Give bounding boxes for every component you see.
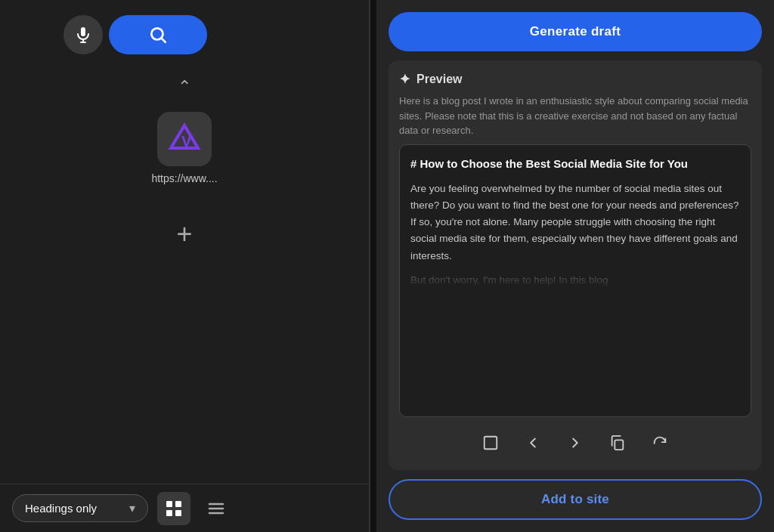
- svg-line-4: [162, 39, 166, 42]
- preview-subtitle: Here is a blog post I wrote in an enthus…: [399, 94, 751, 138]
- svg-rect-16: [615, 440, 623, 450]
- expand-icon-button[interactable]: [477, 429, 504, 456]
- svg-rect-10: [166, 510, 172, 516]
- svg-rect-9: [175, 501, 181, 507]
- forward-icon-button[interactable]: [562, 429, 589, 456]
- preview-content-heading: # How to Choose the Best Social Media Si…: [410, 156, 740, 172]
- mic-button[interactable]: [63, 15, 103, 54]
- copy-icon-button[interactable]: [604, 429, 631, 456]
- search-button[interactable]: [109, 15, 207, 54]
- preview-header: ✦ Preview: [399, 71, 751, 88]
- preview-section: ✦ Preview Here is a blog post I wrote in…: [389, 60, 762, 470]
- svg-text:V: V: [181, 133, 192, 150]
- magic-icon: ✦: [399, 71, 410, 88]
- site-icon-area: V https://www....: [151, 112, 217, 184]
- list-view-button[interactable]: [200, 492, 233, 525]
- chevron-up-icon[interactable]: ⌃: [178, 77, 191, 97]
- svg-rect-15: [485, 437, 497, 450]
- fade-overlay: [410, 258, 740, 289]
- headings-dropdown[interactable]: Headings only ▾: [12, 494, 148, 522]
- generate-draft-button[interactable]: Generate draft: [389, 12, 762, 51]
- back-icon-button[interactable]: [519, 429, 546, 456]
- grid-view-button[interactable]: [157, 492, 190, 525]
- svg-rect-11: [175, 510, 181, 516]
- site-url-label: https://www....: [151, 172, 217, 184]
- bottom-bar: Headings only ▾: [0, 484, 369, 532]
- svg-rect-0: [81, 27, 85, 36]
- chevron-down-icon: ▾: [129, 501, 135, 515]
- add-button[interactable]: +: [165, 215, 204, 254]
- site-favicon[interactable]: V: [157, 112, 212, 166]
- headings-label: Headings only: [25, 502, 97, 515]
- panel-divider: [370, 0, 376, 532]
- svg-rect-8: [166, 501, 172, 507]
- preview-title: Preview: [416, 73, 462, 86]
- preview-toolbar: [399, 423, 751, 459]
- refresh-icon-button[interactable]: [646, 429, 673, 456]
- left-panel: ⌃ V https://www.... + Headings only ▾: [0, 0, 370, 532]
- search-bar: [63, 15, 305, 54]
- preview-content-box[interactable]: # How to Choose the Best Social Media Si…: [399, 144, 751, 418]
- preview-content-body: Are you feeling overwhelmed by the numbe…: [410, 181, 740, 264]
- right-panel: Generate draft ✦ Preview Here is a blog …: [376, 0, 774, 532]
- add-to-site-button[interactable]: Add to site: [389, 479, 762, 520]
- preview-content-fade: But don't worry, I'm here to help! In th…: [410, 272, 740, 289]
